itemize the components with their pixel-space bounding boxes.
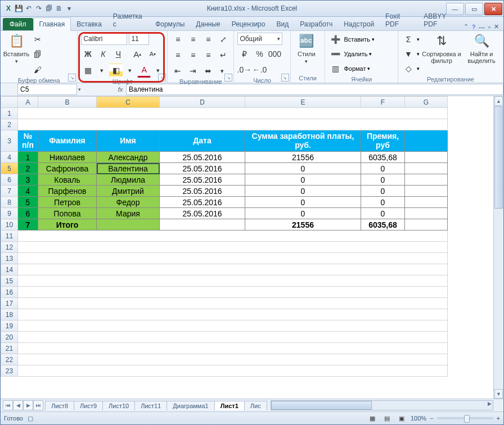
th-sum[interactable]: Сумма заработной платы, руб. [245, 130, 361, 152]
tab-developer[interactable]: Разработч [294, 18, 338, 30]
row-header[interactable]: 8 [1, 197, 18, 208]
sheet-tab[interactable]: Лист10 [102, 401, 135, 410]
cell[interactable]: Дмитрий [97, 186, 160, 197]
tab-addins[interactable]: Надстрой [338, 18, 380, 30]
qat-tool-icon[interactable]: 🗐 [44, 4, 53, 13]
row-header[interactable]: 6 [1, 174, 18, 186]
paste-button[interactable]: 📋 Вставить ▾ [4, 33, 29, 76]
view-pagelayout-button[interactable]: ▤ [381, 413, 393, 424]
tab-data[interactable]: Данные [190, 18, 226, 30]
cut-button[interactable]: ✂ [31, 33, 44, 46]
tab-pagelayout[interactable]: Разметка с [107, 10, 150, 30]
sheet-nav-first[interactable]: ⏮ [3, 400, 13, 410]
ribbon-minimize-icon[interactable]: ⌃ [464, 23, 469, 30]
wrap-text-button[interactable]: ↵ [217, 48, 230, 62]
qat-dropdown-icon[interactable]: ▾ [65, 4, 74, 13]
col-header-B[interactable]: B [38, 97, 97, 108]
borders-menu[interactable]: ▾ [96, 65, 107, 76]
cell[interactable]: 25.05.2016 [160, 186, 245, 197]
row-header[interactable]: 11 [1, 230, 18, 242]
cell[interactable]: 0 [361, 186, 405, 197]
undo-icon[interactable]: ↶ [24, 4, 33, 13]
col-header-A[interactable]: A [18, 97, 38, 108]
cell[interactable]: 25.05.2016 [160, 208, 245, 219]
worksheet-grid[interactable]: A B C D E F G 1 2 3 № п/п Фамилия Имя Да… [1, 96, 503, 399]
cell[interactable]: Попова [38, 208, 97, 219]
cell[interactable]: 21556 [245, 219, 361, 230]
th-date[interactable]: Дата [160, 130, 245, 152]
col-header-C[interactable]: C [97, 97, 160, 108]
sheet-tab-active[interactable]: Лист1 [214, 401, 245, 410]
dialog-launcher[interactable]: ↘ [224, 74, 232, 82]
increase-indent-button[interactable]: ⇥ [186, 64, 200, 78]
tab-view[interactable]: Вид [271, 18, 294, 30]
horizontal-scrollbar[interactable]: ◀ ▶ [271, 400, 493, 410]
fill-button[interactable]: ▼ [402, 47, 415, 61]
row-header[interactable]: 5 [1, 163, 18, 174]
delete-cells-icon[interactable]: ➖ [328, 47, 342, 61]
name-box[interactable]: C5 [17, 84, 77, 95]
cell[interactable]: Петров [38, 197, 97, 208]
cell[interactable]: 2 [18, 163, 38, 174]
sheet-nav-last[interactable]: ⏭ [33, 400, 43, 410]
row-header[interactable]: 16 [1, 287, 18, 298]
cell[interactable]: 6035,68 [361, 219, 405, 230]
cell[interactable]: Федор [97, 197, 160, 208]
close-button[interactable]: ✕ [484, 3, 502, 15]
cell[interactable]: 25.05.2016 [160, 163, 245, 174]
cell[interactable]: 3 [18, 174, 38, 186]
row-header[interactable]: 18 [1, 309, 18, 320]
borders-button[interactable]: ▦ [81, 64, 94, 77]
row-header[interactable]: 22 [1, 354, 18, 365]
tab-file[interactable]: Файл [3, 18, 33, 30]
cell[interactable]: Парфенов [38, 186, 97, 197]
format-cells-button[interactable]: Формат [344, 65, 366, 72]
cell[interactable]: 4 [18, 186, 38, 197]
cell[interactable]: Итого [38, 219, 97, 230]
mdi-min-icon[interactable]: — [479, 24, 485, 30]
row-header[interactable]: 3 [1, 130, 18, 152]
tab-home[interactable]: Главная [33, 17, 71, 31]
tab-foxit[interactable]: Foxit PDF [380, 10, 418, 30]
sheet-tab[interactable]: Лист8 [45, 401, 74, 410]
col-header-E[interactable]: E [245, 97, 361, 108]
merge-button[interactable]: ⬌ [201, 64, 215, 78]
zoom-level[interactable]: 100% [411, 415, 426, 422]
zoom-out-button[interactable]: − [430, 415, 433, 422]
percent-button[interactable]: % [253, 47, 266, 61]
cell[interactable]: 6 [18, 208, 38, 219]
cell[interactable]: 6035,68 [361, 152, 405, 163]
maximize-button[interactable]: ▭ [465, 3, 483, 15]
font-size-input[interactable]: 11 [129, 33, 149, 45]
namebox-dropdown-icon[interactable]: ▾ [78, 87, 81, 92]
grow-font-button[interactable]: A▴ [130, 47, 144, 61]
cell[interactable]: 0 [361, 208, 405, 219]
cell[interactable]: Мария [97, 208, 160, 219]
cell[interactable]: Николаев [38, 152, 97, 163]
tab-abbyy[interactable]: ABBYY PDF [418, 10, 464, 30]
cell[interactable] [97, 219, 160, 230]
qat-tool-icon[interactable]: 🗎 [55, 4, 64, 13]
row-header[interactable]: 20 [1, 332, 18, 343]
orientation-button[interactable]: ⤢ [217, 33, 230, 46]
col-header-G[interactable]: G [405, 97, 448, 108]
row-header[interactable]: 23 [1, 365, 18, 377]
view-pagebreak-button[interactable]: ▣ [396, 413, 407, 424]
copy-button[interactable]: 🗐 [31, 48, 44, 61]
cell[interactable]: Людмила [97, 174, 160, 186]
cell[interactable]: 0 [245, 163, 361, 174]
insert-cells-icon[interactable]: ➕ [328, 33, 342, 46]
align-bottom-button[interactable]: ≡ [201, 33, 215, 46]
cell[interactable]: 0 [245, 208, 361, 219]
formula-input[interactable]: Валентина [126, 84, 503, 95]
mdi-close-icon[interactable]: ✕ [494, 23, 499, 30]
cell[interactable]: 7 [18, 219, 38, 230]
cell[interactable]: 0 [245, 186, 361, 197]
align-left-button[interactable]: ≡ [171, 48, 184, 62]
sheet-tab[interactable]: Лист11 [134, 401, 167, 410]
comma-button[interactable]: 000 [268, 47, 281, 61]
sheet-tab[interactable]: Лист9 [74, 401, 103, 410]
row-header[interactable]: 7 [1, 186, 18, 197]
row-header[interactable]: 13 [1, 253, 18, 264]
font-name-input[interactable]: Calibri [81, 33, 127, 45]
